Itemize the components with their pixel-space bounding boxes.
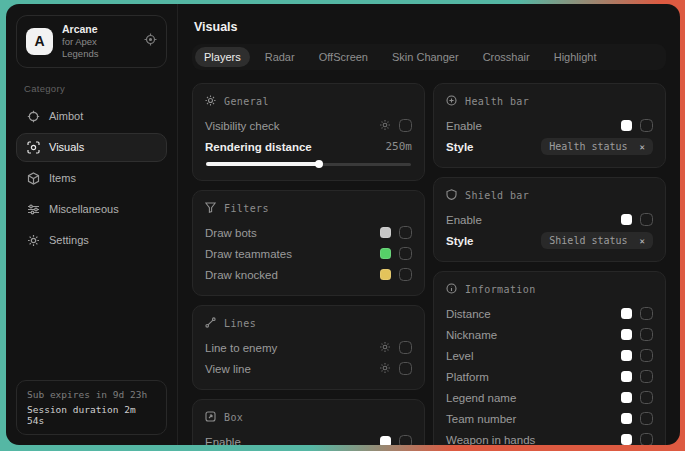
tab-highlight[interactable]: Highlight [545,47,606,67]
row-label: View line [205,363,251,375]
visibility-check-checkbox[interactable] [399,119,412,132]
color-swatch[interactable] [621,392,632,403]
color-swatch[interactable] [380,436,391,445]
health-style-row: Style Health status ✕ [446,136,653,157]
sliders-icon [26,203,40,216]
color-swatch[interactable] [621,350,632,361]
card-title: Shield bar [465,190,529,201]
color-swatch[interactable] [621,434,632,445]
sidebar-item-items[interactable]: Items [16,164,167,193]
row-label: Draw teammates [205,248,292,260]
sidebar-item-label: Items [49,172,76,184]
row-label: Team number [446,413,516,425]
draw-teammates-checkbox[interactable] [399,247,412,260]
sidebar-item-aimbot[interactable]: Aimbot [16,102,167,131]
distance-checkbox[interactable] [640,307,653,320]
level-row: Level [446,345,653,366]
row-label: Style [446,235,474,247]
settings-gear-icon[interactable] [379,360,391,378]
color-swatch[interactable] [621,413,632,424]
health-enable-checkbox[interactable] [640,119,653,132]
weapon-in-hands-checkbox[interactable] [640,433,653,445]
draw-bots-checkbox[interactable] [399,226,412,239]
clear-icon[interactable]: ✕ [640,236,645,246]
app-window: A Arcane for Apex Legends Category [6,4,680,445]
health-bar-card: Health bar Enable Style H [433,83,666,168]
box-enable-row: Enable [205,431,412,445]
tab-players[interactable]: Players [195,47,250,67]
box-icon [205,411,216,424]
rendering-distance-value: 250m [386,140,413,153]
right-column: Health bar Enable Style H [433,83,666,445]
sidebar-nav: Aimbot Visuals [16,102,167,255]
color-swatch[interactable] [621,308,632,319]
tab-offscreen[interactable]: OffScreen [310,47,377,67]
platform-checkbox[interactable] [640,370,653,383]
row-label: Platform [446,371,489,383]
user-card[interactable]: A Arcane for Apex Legends [16,15,167,68]
shield-style-row: Style Shield status ✕ [446,230,653,251]
tab-bar: Players Radar OffScreen Skin Changer Cro… [192,44,666,70]
color-swatch[interactable] [380,269,391,280]
view-line-checkbox[interactable] [399,362,412,375]
tab-radar[interactable]: Radar [256,47,304,67]
legend-name-checkbox[interactable] [640,391,653,404]
row-label: Level [446,350,474,362]
rendering-distance-slider[interactable] [206,160,411,168]
shield-icon [446,189,457,202]
settings-gear-icon[interactable] [379,117,391,135]
eye-scan-icon [26,141,40,154]
row-label: Visibility check [205,120,280,132]
row-label: Draw knocked [205,269,278,281]
sidebar-spacer [16,255,167,380]
color-swatch[interactable] [621,371,632,382]
shield-enable-checkbox[interactable] [640,213,653,226]
slider-thumb[interactable] [315,160,323,168]
sidebar-item-miscellaneous[interactable]: Miscellaneous [16,195,167,224]
color-swatch[interactable] [380,227,391,238]
tab-skin-changer[interactable]: Skin Changer [383,47,468,67]
rendering-distance-row: Rendering distance 250m [205,136,412,157]
session-duration-text: Session duration 2m 54s [27,404,156,426]
shield-bar-card-header: Shield bar [446,189,653,202]
box-enable-checkbox[interactable] [399,435,412,445]
card-title: Information [465,284,536,295]
visibility-check-row: Visibility check [205,115,412,136]
color-swatch[interactable] [621,329,632,340]
health-style-select[interactable]: Health status ✕ [541,138,653,155]
app-logo: A [26,28,53,55]
draw-knocked-checkbox[interactable] [399,268,412,281]
left-column: General Visibility check [192,83,425,445]
health-plus-icon [446,95,457,108]
subscription-card: Sub expires in 9d 23h Session duration 2… [16,380,167,435]
row-label: Style [446,141,474,153]
level-checkbox[interactable] [640,349,653,362]
select-value: Shield status [549,235,627,246]
color-swatch[interactable] [621,214,632,225]
nickname-checkbox[interactable] [640,328,653,341]
distance-row: Distance [446,303,653,324]
sidebar-item-visuals[interactable]: Visuals [16,133,167,162]
info-icon [446,283,457,296]
row-label: Weapon in hands [446,434,535,446]
main-content: Visuals Players Radar OffScreen Skin Cha… [178,4,680,445]
select-value: Health status [549,141,627,152]
row-label: Legend name [446,392,516,404]
card-title: General [224,96,269,107]
gear-icon [26,234,40,247]
general-card: General Visibility check [192,83,425,181]
target-icon[interactable] [144,32,157,50]
team-number-checkbox[interactable] [640,412,653,425]
line-to-enemy-checkbox[interactable] [399,341,412,354]
sidebar-item-settings[interactable]: Settings [16,226,167,255]
settings-gear-icon[interactable] [379,339,391,357]
color-swatch[interactable] [380,248,391,259]
shield-style-select[interactable]: Shield status ✕ [541,232,653,249]
clear-icon[interactable]: ✕ [640,142,645,152]
color-swatch[interactable] [621,120,632,131]
sidebar-item-label: Settings [49,234,89,246]
card-title: Lines [224,318,256,329]
legend-name-row: Legend name [446,387,653,408]
tab-crosshair[interactable]: Crosshair [474,47,539,67]
sidebar-item-label: Aimbot [49,110,83,122]
